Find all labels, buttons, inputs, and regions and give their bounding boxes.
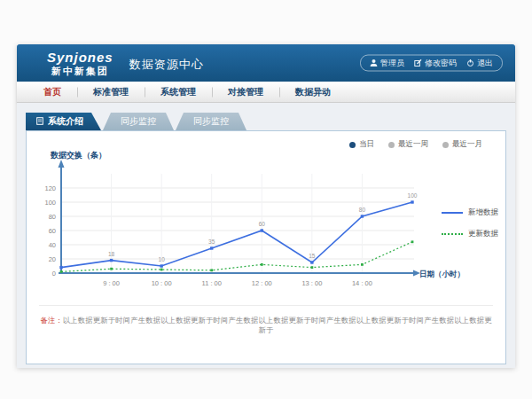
app-window: Synjones 新中新集团 数据资源中心 管理员 修改密码 退出 <box>17 44 515 368</box>
content-area: 系统介绍 同步监控 同步监控 当日 最近一周 <box>17 103 515 368</box>
tab-sync-monitor-2-label: 同步监控 <box>193 115 229 128</box>
data-point-label: 10 <box>159 256 166 262</box>
data-point-marker <box>59 266 62 269</box>
y-tick-label: 80 <box>49 213 56 221</box>
y-tick-label: 60 <box>49 227 56 235</box>
tab-sync-monitor-1[interactable]: 同步监控 <box>103 113 174 130</box>
data-point-marker <box>160 264 162 267</box>
data-point-marker <box>210 246 213 249</box>
y-tick-label: 0 <box>52 270 56 278</box>
data-point-label: 100 <box>408 192 418 199</box>
data-point-label: 35 <box>208 239 215 245</box>
data-point-label: 15 <box>309 253 316 259</box>
page-title: 数据资源中心 <box>129 57 204 73</box>
power-icon <box>466 59 474 67</box>
user-icon <box>370 59 378 67</box>
data-point-label: 60 <box>259 221 266 227</box>
legend-new-data-label: 新增数据 <box>468 207 498 218</box>
chart-x-axis-title: 日期（小时） <box>419 270 465 278</box>
data-point-marker <box>110 259 113 262</box>
data-point-label: 80 <box>359 207 366 213</box>
app-header: Synjones 新中新集团 数据资源中心 管理员 修改密码 退出 <box>17 44 515 82</box>
y-tick-label: 100 <box>44 199 56 207</box>
x-tick-label: 10 : 00 <box>152 279 172 287</box>
logout-button[interactable]: 退出 <box>466 58 493 69</box>
data-point-marker <box>160 269 163 271</box>
legend-update-data-label: 更新数据 <box>468 229 498 239</box>
tab-system-intro[interactable]: 系统介绍 <box>26 113 101 130</box>
nav-item-system-mgmt[interactable]: 系统管理 <box>145 86 212 98</box>
data-point-marker <box>361 263 364 266</box>
tab-sync-monitor-2[interactable]: 同步监控 <box>176 113 246 130</box>
data-point-marker <box>310 261 313 263</box>
main-nav: 首页 标准管理 系统管理 对接管理 数据异动 <box>17 82 515 103</box>
footnote: 备注：以上数据更新于时间产生数据以上数据更新于时间产生数据以上数据更新于时间产生… <box>39 305 493 335</box>
legend-line-solid-icon <box>442 212 463 214</box>
legend-item-new-data[interactable]: 新增数据 <box>442 207 498 218</box>
footnote-prefix: 备注： <box>40 317 62 325</box>
x-tick-label: 11 : 00 <box>202 279 222 287</box>
change-password-button[interactable]: 修改密码 <box>414 58 457 69</box>
data-point-marker <box>411 240 414 243</box>
y-tick-label: 120 <box>44 184 56 192</box>
tab-system-intro-label: 系统介绍 <box>48 115 83 128</box>
chart-legend: 新增数据 更新数据 <box>442 207 498 239</box>
x-tick-label: 13 : 00 <box>301 279 322 287</box>
data-point-marker <box>310 266 313 269</box>
x-tick-label: 9 : 00 <box>103 279 120 287</box>
x-tick-label: 12 : 00 <box>252 279 272 287</box>
edit-icon <box>414 59 422 67</box>
nav-item-home[interactable]: 首页 <box>27 86 77 98</box>
nav-item-standard-mgmt[interactable]: 标准管理 <box>77 86 145 98</box>
nav-item-data-change[interactable]: 数据异动 <box>279 86 347 98</box>
logo-text-en: Synjones <box>47 51 113 64</box>
user-menu: 管理员 修改密码 退出 <box>360 55 503 72</box>
x-tick-label: 14 : 00 <box>352 279 372 287</box>
legend-item-update-data[interactable]: 更新数据 <box>442 229 498 239</box>
y-axis-arrow-icon <box>59 160 65 168</box>
change-password-label: 修改密码 <box>425 58 457 69</box>
document-icon <box>36 117 43 127</box>
data-point-marker <box>60 270 63 273</box>
data-point-marker <box>261 263 263 266</box>
data-point-label: 18 <box>108 251 115 257</box>
legend-line-dotted-icon <box>442 233 463 235</box>
nav-item-interface-mgmt[interactable]: 对接管理 <box>212 86 279 98</box>
logout-label: 退出 <box>477 58 493 69</box>
y-tick-label: 20 <box>49 255 56 263</box>
user-menu-admin[interactable]: 管理员 <box>370 58 404 69</box>
data-point-marker <box>361 215 364 217</box>
data-point-marker <box>210 269 213 271</box>
data-point-marker <box>411 200 413 203</box>
tab-strip: 系统介绍 同步监控 同步监控 <box>26 113 515 130</box>
logo-text-cn: 新中新集团 <box>47 66 113 76</box>
y-tick-label: 40 <box>49 241 56 249</box>
chart-panel: 当日 最近一周 最近一月 数据交换（条） 0204060801001209 : … <box>26 130 506 364</box>
user-menu-admin-label: 管理员 <box>380 58 404 69</box>
company-logo: Synjones 新中新集团 <box>47 51 113 76</box>
footnote-text: 以上数据更新于时间产生数据以上数据更新于时间产生数据以上数据更新于时间产生数据以… <box>63 317 492 334</box>
tab-sync-monitor-1-label: 同步监控 <box>121 115 156 128</box>
data-point-marker <box>261 229 263 231</box>
data-point-marker <box>110 268 113 270</box>
